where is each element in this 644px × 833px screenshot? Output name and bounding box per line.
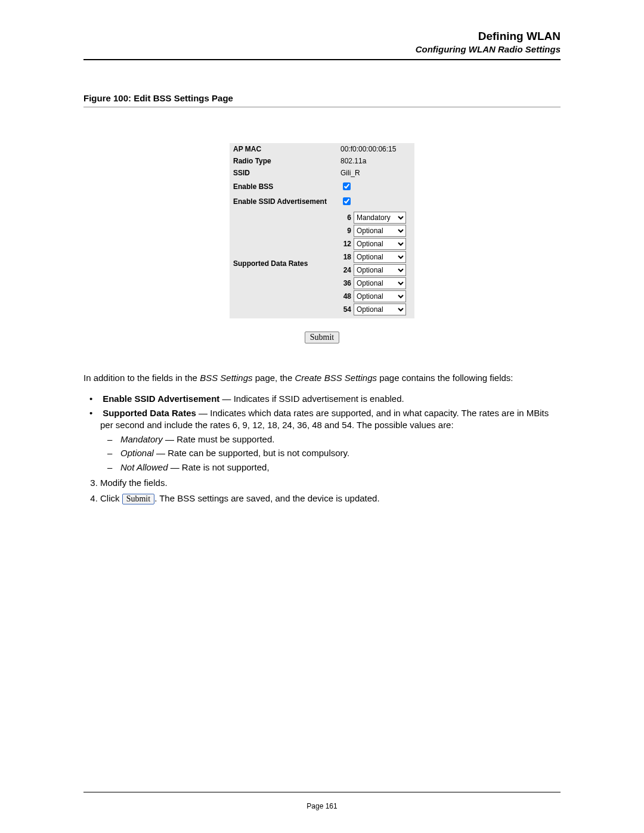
rate-label-54: 54 <box>340 305 351 314</box>
rate-label-48: 48 <box>340 292 351 301</box>
intro-text-3: page contains the following fields: <box>377 373 513 383</box>
step-4: Click Submit. The BSS settings are saved… <box>100 493 561 504</box>
label-enable-ssid-adv: Enable SSID Advertisement <box>230 194 337 209</box>
b1-rest: — Indicates if SSID advertisement is ena… <box>219 394 404 404</box>
rate-value-list: Mandatory — Rate must be supported. Opti… <box>100 433 561 473</box>
rate-select-54[interactable]: MandatoryOptionalNot Allowed <box>354 304 406 315</box>
d3-rest: — Rate is not supported, <box>168 462 269 472</box>
d2-em: Optional <box>120 448 154 458</box>
checkbox-enable-ssid-adv[interactable] <box>343 197 351 205</box>
label-radio-type: Radio Type <box>230 155 337 167</box>
d1-rest: — Rate must be supported. <box>163 434 275 444</box>
rate-label-6: 6 <box>340 213 351 222</box>
header-title: Defining WLAN <box>83 30 561 43</box>
row-radio-type: Radio Type 802.11a <box>230 155 414 167</box>
figure-caption: Figure 100: Edit BSS Settings Page <box>83 93 561 103</box>
intro-text-2: page, the <box>253 373 295 383</box>
value-ap-mac: 00:f0:00:00:06:15 <box>337 143 414 155</box>
step4-text-b: . The BSS settings are saved, and the de… <box>154 493 379 503</box>
step4-text-a: Click <box>100 493 122 503</box>
steps-list: Modify the fields. Click Submit. The BSS… <box>83 477 561 505</box>
step-3: Modify the fields. <box>100 477 561 489</box>
intro-paragraph: In addition to the fields in the BSS Set… <box>83 372 561 384</box>
row-supported-rates: Supported Data Rates 6MandatoryOptionalN… <box>230 209 414 318</box>
row-enable-ssid-adv: Enable SSID Advertisement <box>230 194 414 209</box>
dash-not-allowed: Not Allowed — Rate is not supported, <box>120 462 561 473</box>
rate-label-9: 9 <box>340 227 351 235</box>
d3-em: Not Allowed <box>120 462 168 472</box>
rate-select-12[interactable]: MandatoryOptionalNot Allowed <box>354 238 406 250</box>
inline-submit-button: Submit <box>122 494 154 505</box>
b2-bold: Supported Data Rates <box>103 408 196 418</box>
row-ssid: SSID Gili_R <box>230 167 414 179</box>
label-supported-rates: Supported Data Rates <box>230 209 337 318</box>
rate-label-36: 36 <box>340 279 351 287</box>
row-ap-mac: AP MAC 00:f0:00:00:06:15 <box>230 143 414 155</box>
rate-label-24: 24 <box>340 266 351 274</box>
intro-text-1: In addition to the fields in the <box>83 373 200 383</box>
bullet-supported-rates: Supported Data Rates — Indicates which d… <box>100 407 561 473</box>
rate-row-6: 6MandatoryOptionalNot Allowed <box>340 212 411 224</box>
dash-mandatory: Mandatory — Rate must be supported. <box>120 433 561 445</box>
body-text: In addition to the fields in the BSS Set… <box>83 372 561 504</box>
rate-row-54: 54MandatoryOptionalNot Allowed <box>340 304 411 315</box>
intro-em-2: Create BSS Settings <box>295 373 377 383</box>
b1-bold: Enable SSID Advertisement <box>103 394 219 404</box>
settings-table: AP MAC 00:f0:00:00:06:15 Radio Type 802.… <box>230 143 414 318</box>
rate-label-18: 18 <box>340 253 351 261</box>
figure-rule <box>83 107 561 107</box>
rate-row-48: 48MandatoryOptionalNot Allowed <box>340 290 411 302</box>
document-page: Defining WLAN Configuring WLAN Radio Set… <box>0 0 644 833</box>
footer-rule <box>83 792 561 792</box>
rate-select-6[interactable]: MandatoryOptionalNot Allowed <box>354 212 406 224</box>
intro-em-1: BSS Settings <box>200 373 252 383</box>
value-ssid: Gili_R <box>337 167 414 179</box>
d2-rest: — Rate can be supported, but is not comp… <box>154 448 349 458</box>
header-rule <box>83 59 561 60</box>
checkbox-enable-bss[interactable] <box>343 182 351 190</box>
rate-select-18[interactable]: MandatoryOptionalNot Allowed <box>354 251 406 263</box>
rate-select-36[interactable]: MandatoryOptionalNot Allowed <box>354 277 406 289</box>
page-header: Defining WLAN Configuring WLAN Radio Set… <box>83 30 561 54</box>
label-ssid: SSID <box>230 167 337 179</box>
field-bullets: Enable SSID Advertisement — Indicates if… <box>83 393 561 473</box>
bullet-enable-ssid-adv: Enable SSID Advertisement — Indicates if… <box>100 393 561 405</box>
dash-optional: Optional — Rate can be supported, but is… <box>120 447 561 459</box>
bss-settings-form: AP MAC 00:f0:00:00:06:15 Radio Type 802.… <box>230 143 414 343</box>
page-number: Page 161 <box>0 802 644 810</box>
rate-select-24[interactable]: MandatoryOptionalNot Allowed <box>354 264 406 276</box>
d1-em: Mandatory <box>120 434 163 444</box>
value-radio-type: 802.11a <box>337 155 414 167</box>
rates-cell: 6MandatoryOptionalNot Allowed9MandatoryO… <box>337 209 414 318</box>
rate-row-12: 12MandatoryOptionalNot Allowed <box>340 238 411 250</box>
rate-select-48[interactable]: MandatoryOptionalNot Allowed <box>354 290 406 302</box>
rate-row-9: 9MandatoryOptionalNot Allowed <box>340 225 411 237</box>
rate-row-36: 36MandatoryOptionalNot Allowed <box>340 277 411 289</box>
rate-row-24: 24MandatoryOptionalNot Allowed <box>340 264 411 276</box>
rate-row-18: 18MandatoryOptionalNot Allowed <box>340 251 411 263</box>
label-ap-mac: AP MAC <box>230 143 337 155</box>
label-enable-bss: Enable BSS <box>230 179 337 194</box>
rate-label-12: 12 <box>340 240 351 248</box>
row-enable-bss: Enable BSS <box>230 179 414 194</box>
rate-select-9[interactable]: MandatoryOptionalNot Allowed <box>354 225 406 237</box>
header-subtitle: Configuring WLAN Radio Settings <box>83 44 561 54</box>
submit-button[interactable]: Submit <box>305 332 339 343</box>
